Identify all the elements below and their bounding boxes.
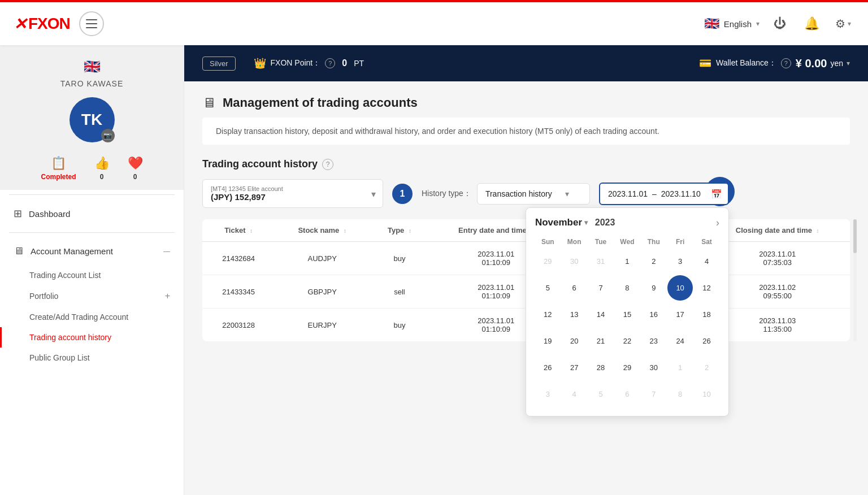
notification-bell[interactable]: 🔔 — [800, 12, 823, 35]
cal-day-cell[interactable]: 6 — [562, 275, 587, 301]
cal-grid: Sun Mon Tue Wed Thu Fri Sat 29 30 31 1 — [535, 236, 719, 407]
cal-day-cell[interactable]: 30 — [641, 355, 666, 380]
sidebar-sub-trading-account-list[interactable]: Trading Account List — [0, 265, 184, 285]
cal-day-cell[interactable]: 8 — [614, 275, 640, 301]
cal-day-cell[interactable]: 10 — [694, 381, 719, 407]
cal-day-cell[interactable]: 3 — [667, 249, 693, 275]
td-ticket-0: 21432684 — [202, 242, 275, 275]
sidebar-profile: 🇬🇧 TARO KAWASE TK 📷 📋 Completed 👍 0 ❤ — [0, 45, 184, 190]
settings-gear[interactable]: ⚙ ▾ — [832, 12, 854, 35]
date-range-separator: – — [652, 189, 657, 198]
cal-day-cell[interactable]: 14 — [588, 302, 614, 327]
cal-day-cell[interactable]: 24 — [667, 328, 693, 354]
cal-day-cell[interactable]: 4 — [562, 381, 587, 407]
cal-day-cell[interactable]: 5 — [535, 275, 561, 301]
cal-day-cell[interactable]: 12 — [694, 275, 719, 301]
sidebar: 🇬🇧 TARO KAWASE TK 📷 📋 Completed 👍 0 ❤ — [0, 45, 184, 495]
cal-month-arrow[interactable]: ▾ — [584, 219, 588, 227]
cal-day-cell[interactable]: 6 — [614, 381, 640, 407]
cal-day-cell[interactable]: 29 — [614, 355, 640, 380]
page-header: 🖥 Management of trading accounts — [202, 95, 850, 111]
avatar-camera-button[interactable]: 📷 — [101, 129, 115, 142]
cal-day-10-selected[interactable]: 10 — [667, 275, 693, 301]
th-type[interactable]: Type ↕ — [370, 219, 429, 242]
cal-day-cell[interactable]: 29 — [535, 249, 561, 275]
cal-day-cell[interactable]: 1 — [614, 249, 640, 275]
cal-day-cell[interactable]: 21 — [588, 328, 614, 354]
sidebar-sub-portfolio[interactable]: Portfolio + — [0, 285, 184, 307]
sidebar-item-dashboard[interactable]: ⊞ Dashboard — [0, 199, 184, 228]
th-stock-sort[interactable]: ↕ — [344, 228, 346, 234]
profile-name: TARO KAWASE — [60, 79, 124, 88]
cal-day-cell[interactable]: 15 — [614, 302, 640, 327]
cal-day-cell[interactable]: 2 — [694, 355, 719, 380]
date-range-start: 2023.11.01 — [608, 189, 648, 198]
cal-day-cell[interactable]: 30 — [562, 249, 587, 275]
cal-day-cell[interactable]: 7 — [641, 381, 666, 407]
power-button[interactable]: ⏻ — [769, 12, 791, 35]
cal-day-cell[interactable]: 16 — [641, 302, 666, 327]
sidebar-sub-public-group[interactable]: Public Group List — [0, 348, 184, 368]
th-stock[interactable]: Stock name ↕ — [275, 219, 370, 242]
profile-flag: 🇬🇧 — [84, 59, 101, 75]
th-closing-sort[interactable]: ↕ — [817, 228, 819, 234]
table-scrollbar[interactable] — [853, 219, 857, 341]
cal-day-cell[interactable]: 19 — [535, 328, 561, 354]
account-selector[interactable]: [MT4] 12345 Elite account (JPY) 152,897 … — [202, 179, 383, 208]
sidebar-item-account-management[interactable]: 🖥 Account Management — — [0, 237, 184, 265]
closing-date-2: 2023.11.03 — [714, 316, 841, 325]
monitor-icon: 🖥 — [202, 95, 216, 111]
account-mgmt-icon: 🖥 — [14, 245, 24, 257]
cal-day-cell[interactable]: 2 — [641, 249, 666, 275]
cal-day-cell[interactable]: 18 — [694, 302, 719, 327]
sidebar-sub-trading-history[interactable]: Trading account history — [0, 327, 184, 348]
th-type-sort[interactable]: ↕ — [409, 228, 411, 234]
cal-day-cell[interactable]: 31 — [588, 249, 614, 275]
cal-day-cell[interactable]: 12 — [535, 302, 561, 327]
cal-header: November ▾ 2023 › — [535, 217, 719, 229]
td-type-1: sell — [370, 275, 429, 309]
cal-day-cell[interactable]: 26 — [694, 328, 719, 354]
cal-day-cell[interactable]: 22 — [614, 328, 640, 354]
cal-day-cell[interactable]: 13 — [562, 302, 587, 327]
cal-day-cell[interactable]: 20 — [562, 328, 587, 354]
history-type-select[interactable]: Transaction history ▾ — [477, 183, 590, 205]
cal-day-cell[interactable]: 4 — [694, 249, 719, 275]
cal-day-cell[interactable]: 5 — [588, 381, 614, 407]
cal-day-cell[interactable]: 7 — [588, 275, 614, 301]
cal-next-button[interactable]: › — [716, 217, 719, 229]
th-ticket-sort[interactable]: ↕ — [250, 228, 253, 234]
fxon-help-icon[interactable]: ? — [325, 58, 335, 68]
td-type-2: buy — [370, 309, 429, 342]
cal-day-cell[interactable]: 23 — [641, 328, 666, 354]
account-bar: Silver 👑 FXON Point： ? 0 PT 💳 Wallet Bal… — [184, 45, 868, 81]
history-type-label: History type： — [422, 189, 471, 199]
cal-day-cell[interactable]: 3 — [535, 381, 561, 407]
cal-day-cell[interactable]: 1 — [667, 355, 693, 380]
cal-day-cell[interactable]: 28 — [588, 355, 614, 380]
cal-day-cell[interactable]: 17 — [667, 302, 693, 327]
section-help-icon[interactable]: ? — [322, 159, 333, 170]
hamburger-button[interactable] — [79, 11, 104, 36]
fxon-point-section: 👑 FXON Point： ? 0 PT — [254, 57, 364, 70]
th-ticket[interactable]: Ticket ↕ — [202, 219, 275, 242]
scroll-thumb — [853, 219, 857, 253]
sidebar-sub-create-account[interactable]: Create/Add Trading Account — [0, 307, 184, 327]
avatar-wrap: TK 📷 — [70, 97, 115, 142]
date-range-input[interactable]: 2023.11.01 – 2023.11.10 📅 — [599, 183, 729, 205]
language-selector[interactable]: 🇬🇧 English ▾ — [704, 16, 760, 31]
portfolio-plus-icon[interactable]: + — [165, 291, 170, 301]
cal-day-cell[interactable]: 8 — [667, 381, 693, 407]
cal-day-cell[interactable]: 26 — [535, 355, 561, 380]
silver-badge: Silver — [202, 57, 236, 71]
th-type-label: Type — [388, 226, 404, 235]
yen-dropdown[interactable]: ¥ 0.00 yen ▾ — [796, 57, 850, 70]
wallet-help-icon[interactable]: ? — [781, 58, 791, 68]
favorites-count: 0 — [133, 173, 137, 181]
th-ticket-label: Ticket — [224, 226, 245, 235]
cal-day-tue: Tue — [588, 236, 614, 248]
cal-day-cell[interactable]: 27 — [562, 355, 587, 380]
calendar-icon[interactable]: 📅 — [711, 188, 722, 199]
cal-day-cell[interactable]: 9 — [641, 275, 666, 301]
completed-icon: 📋 — [51, 156, 66, 171]
